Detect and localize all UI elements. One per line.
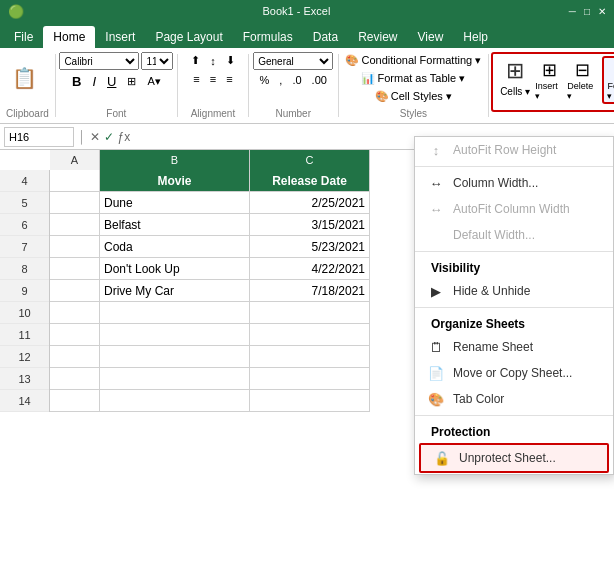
percent-btn[interactable]: % bbox=[256, 72, 274, 88]
tab-insert[interactable]: Insert bbox=[95, 26, 145, 48]
title-bar: 🟢 Book1 - Excel ─ □ ✕ bbox=[0, 0, 614, 22]
menu-divider-1 bbox=[415, 166, 613, 167]
cell-styles-btn[interactable]: 🎨 Cell Styles ▾ bbox=[371, 88, 456, 105]
cell-b13[interactable] bbox=[100, 368, 250, 390]
menu-hide-unhide[interactable]: ▶ Hide & Unhide bbox=[415, 278, 613, 304]
cell-a12[interactable] bbox=[50, 346, 100, 368]
cell-a5[interactable] bbox=[50, 192, 100, 214]
cell-b10[interactable] bbox=[100, 302, 250, 324]
cell-c10[interactable] bbox=[250, 302, 370, 324]
cell-a4[interactable] bbox=[50, 170, 100, 192]
cells-btn[interactable]: ⊞ bbox=[497, 56, 533, 86]
bold-btn[interactable]: B bbox=[68, 72, 85, 91]
tab-home[interactable]: Home bbox=[43, 26, 95, 48]
increase-decimal-btn[interactable]: .0 bbox=[288, 72, 305, 88]
format-as-table-btn[interactable]: 📊 Format as Table ▾ bbox=[357, 70, 469, 87]
menu-move-copy-sheet[interactable]: 📄 Move or Copy Sheet... bbox=[415, 360, 613, 386]
row-num-10: 10 bbox=[0, 302, 49, 324]
tab-page-layout[interactable]: Page Layout bbox=[145, 26, 232, 48]
cell-b11[interactable] bbox=[100, 324, 250, 346]
font-size-select[interactable]: 11 bbox=[141, 52, 173, 70]
clipboard-btn[interactable]: 📋 bbox=[6, 65, 43, 93]
cell-styles-icon: 🎨 bbox=[375, 90, 389, 103]
cell-b6[interactable]: Belfast bbox=[100, 214, 250, 236]
menu-rename-sheet[interactable]: 🗒 Rename Sheet bbox=[415, 334, 613, 360]
row-num-14: 14 bbox=[0, 390, 49, 412]
tab-formulas[interactable]: Formulas bbox=[233, 26, 303, 48]
conditional-formatting-btn[interactable]: 🎨 Conditional Formatting ▾ bbox=[341, 52, 485, 69]
cell-b4[interactable]: Movie bbox=[100, 170, 250, 192]
tab-data[interactable]: Data bbox=[303, 26, 348, 48]
cell-c4[interactable]: Release Date bbox=[250, 170, 370, 192]
maximize-btn[interactable]: □ bbox=[584, 6, 590, 17]
comma-btn[interactable]: , bbox=[275, 72, 286, 88]
cell-c14[interactable] bbox=[250, 390, 370, 412]
menu-default-width[interactable]: Default Width... bbox=[415, 222, 613, 248]
cell-c9[interactable]: 7/18/2021 bbox=[250, 280, 370, 302]
cell-a13[interactable] bbox=[50, 368, 100, 390]
cell-c6[interactable]: 3/15/2021 bbox=[250, 214, 370, 236]
format-table-label: Format as Table ▾ bbox=[377, 72, 465, 85]
cell-a9[interactable] bbox=[50, 280, 100, 302]
cell-c12[interactable] bbox=[250, 346, 370, 368]
row-num-6: 6 bbox=[0, 214, 49, 236]
align-bottom-btn[interactable]: ⬇ bbox=[222, 52, 239, 69]
cell-c8[interactable]: 4/22/2021 bbox=[250, 258, 370, 280]
name-box[interactable]: H16 bbox=[4, 127, 74, 147]
number-format-select[interactable]: General bbox=[253, 52, 333, 70]
menu-autofit-col[interactable]: ↔ AutoFit Column Width bbox=[415, 196, 613, 222]
cell-c11[interactable] bbox=[250, 324, 370, 346]
format-btn-highlight[interactable]: 📋 Format ▾ bbox=[602, 56, 614, 104]
underline-btn[interactable]: U bbox=[103, 72, 120, 91]
cell-a14[interactable] bbox=[50, 390, 100, 412]
cell-b7[interactable]: Coda bbox=[100, 236, 250, 258]
cell-b8[interactable]: Don't Look Up bbox=[100, 258, 250, 280]
format-label: Format ▾ bbox=[607, 81, 614, 101]
tab-help[interactable]: Help bbox=[453, 26, 498, 48]
cell-b14[interactable] bbox=[100, 390, 250, 412]
cell-a11[interactable] bbox=[50, 324, 100, 346]
cell-c13[interactable] bbox=[250, 368, 370, 390]
row-numbers: 4 5 6 7 8 9 10 11 12 13 14 bbox=[0, 170, 50, 412]
cell-b12[interactable] bbox=[100, 346, 250, 368]
border-btn[interactable]: ⊞ bbox=[123, 73, 140, 90]
cell-c5[interactable]: 2/25/2021 bbox=[250, 192, 370, 214]
font-group: Calibri 11 B I U ⊞ A▾ Font bbox=[56, 50, 177, 121]
tab-view[interactable]: View bbox=[408, 26, 454, 48]
align-left-btn[interactable]: ≡ bbox=[189, 71, 203, 87]
menu-col-width[interactable]: ↔ Column Width... bbox=[415, 170, 613, 196]
cell-a8[interactable] bbox=[50, 258, 100, 280]
align-right-btn[interactable]: ≡ bbox=[222, 71, 236, 87]
cell-b9[interactable]: Drive My Car bbox=[100, 280, 250, 302]
col-header-c: C bbox=[250, 150, 370, 170]
tab-color-icon: 🎨 bbox=[427, 391, 445, 407]
cell-a10[interactable] bbox=[50, 302, 100, 324]
visibility-section: Visibility bbox=[415, 255, 613, 278]
number-label: Number bbox=[255, 105, 332, 119]
row-num-9: 9 bbox=[0, 280, 49, 302]
cell-a6[interactable] bbox=[50, 214, 100, 236]
align-middle-btn[interactable]: ↕ bbox=[206, 52, 220, 69]
align-top-btn[interactable]: ⬆ bbox=[187, 52, 204, 69]
align-center-btn[interactable]: ≡ bbox=[206, 71, 220, 87]
insert-function-icon[interactable]: ƒx bbox=[118, 130, 131, 144]
window-controls[interactable]: ─ □ ✕ bbox=[569, 6, 606, 17]
tab-review[interactable]: Review bbox=[348, 26, 407, 48]
cell-c7[interactable]: 5/23/2021 bbox=[250, 236, 370, 258]
minimize-btn[interactable]: ─ bbox=[569, 6, 576, 17]
cell-styles-label: Cell Styles ▾ bbox=[391, 90, 452, 103]
cancel-formula-icon[interactable]: ✕ bbox=[90, 130, 100, 144]
fill-color-btn[interactable]: A▾ bbox=[143, 73, 164, 90]
menu-autofit-row[interactable]: ↕ AutoFit Row Height bbox=[415, 137, 613, 163]
close-btn[interactable]: ✕ bbox=[598, 6, 606, 17]
font-name-select[interactable]: Calibri bbox=[59, 52, 139, 70]
cells-btn-label: Cells ▾ bbox=[500, 86, 530, 97]
italic-btn[interactable]: I bbox=[88, 72, 100, 91]
menu-tab-color[interactable]: 🎨 Tab Color bbox=[415, 386, 613, 412]
tab-file[interactable]: File bbox=[4, 26, 43, 48]
decrease-decimal-btn[interactable]: .00 bbox=[308, 72, 331, 88]
cell-a7[interactable] bbox=[50, 236, 100, 258]
menu-unprotect-sheet[interactable]: 🔓 Unprotect Sheet... bbox=[419, 443, 609, 473]
cell-b5[interactable]: Dune bbox=[100, 192, 250, 214]
confirm-formula-icon[interactable]: ✓ bbox=[104, 130, 114, 144]
